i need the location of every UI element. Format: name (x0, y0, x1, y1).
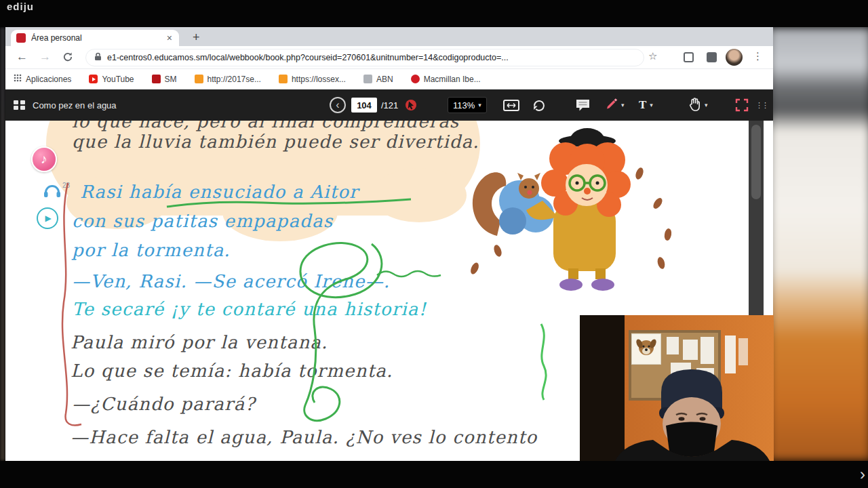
rotate-icon[interactable] (532, 89, 546, 121)
sm-icon (152, 75, 161, 83)
text-tool[interactable]: T ▾ (639, 89, 653, 121)
bookmark-macmillan[interactable]: Macmillan Ibe... (411, 75, 481, 84)
bookmark-apps[interactable]: Aplicaciones (14, 74, 71, 84)
apps-grid-icon (14, 74, 22, 84)
youtube-icon (89, 75, 98, 83)
book-title: Como pez en el agua (33, 89, 117, 121)
bookmark-youtube[interactable]: YouTube (89, 75, 134, 84)
music-button[interactable]: ♪ (31, 146, 57, 172)
letterbox-top: ediju (0, 0, 868, 27)
forward-icon[interactable]: → (39, 50, 51, 64)
webcam-video (580, 315, 774, 461)
chevron-down-icon: ▾ (705, 102, 708, 108)
bookmark-label: Aplicaciones (26, 75, 71, 84)
bookmark-label: SM (165, 75, 177, 84)
tab-favicon-icon (16, 33, 26, 43)
video-frame: ediju Área personal × + ← → e1-centr (0, 0, 868, 488)
person (580, 315, 774, 461)
story-line: lo que hace, pero al final comprenderás (72, 121, 459, 131)
page-total: /121 (381, 100, 398, 110)
bookmarks-bar: Aplicaciones YouTube SM http://2017se...… (5, 69, 773, 89)
tab-close-icon[interactable]: × (165, 33, 174, 43)
chevron-down-icon: ▾ (650, 102, 653, 108)
audio-track-button[interactable]: 28 (43, 183, 70, 201)
bookmark-lossex[interactable]: https://lossex... (279, 75, 346, 84)
address-bar[interactable]: e1-centros0.educamos.sm/local/webbook/bo… (85, 49, 644, 66)
macmillan-icon (411, 75, 420, 83)
hand-icon (689, 97, 701, 114)
next-arrow[interactable]: › (860, 462, 865, 487)
story-line: —¿Cuándo parará? (72, 394, 256, 414)
comments-icon[interactable] (575, 89, 591, 121)
lock-icon (94, 52, 102, 64)
hand-tool[interactable]: ▾ (689, 89, 708, 121)
browser-tab-strip: Área personal × + (5, 27, 773, 46)
blurred-edge-right (768, 27, 868, 461)
page-number-input[interactable] (351, 98, 377, 113)
drag-handle-icon[interactable]: ⋮⋮ (755, 89, 768, 121)
reload-icon[interactable] (62, 52, 73, 66)
story-line: Paula miró por la ventana. (71, 332, 328, 352)
story-line: que la lluvia también puede ser divertid… (72, 131, 479, 152)
page-icon (363, 75, 372, 83)
play-icon: ▶ (45, 214, 51, 223)
text-tool-label: T (639, 98, 646, 112)
thumbnails-grid-icon[interactable] (14, 89, 26, 121)
page-icon (195, 75, 203, 83)
story-line: —Ven, Rasi. —Se acercó Irene—. (72, 271, 390, 291)
scrollbar-thumb[interactable] (751, 125, 761, 199)
prev-page-button[interactable]: ‹ (330, 89, 346, 121)
webbook-toolbar: Como pez en el agua ‹ /121 113% ▾ (5, 89, 773, 121)
bookmark-label: Macmillan Ibe... (424, 75, 481, 84)
page-icon (279, 75, 288, 83)
tab-title: Área personal (31, 33, 165, 43)
page-number-field: /121 (351, 89, 398, 121)
bookmark-label: YouTube (102, 75, 134, 84)
blurred-edge-left (0, 27, 5, 461)
bookmark-label: ABN (376, 75, 393, 84)
story-line: Rasi había ensuciado a Aitor (80, 182, 359, 202)
marker-icon (605, 97, 618, 113)
presenter-cursor (404, 89, 418, 121)
profile-avatar[interactable] (726, 49, 743, 66)
story-line: por la tormenta. (72, 240, 231, 260)
fit-width-icon[interactable] (503, 89, 519, 121)
new-tab-button[interactable]: + (189, 29, 204, 45)
bookmark-abn[interactable]: ABN (363, 75, 393, 84)
zoom-control[interactable]: 113% ▾ (448, 89, 487, 121)
browser-toolbar: ← → e1-centros0.educamos.sm/local/webboo… (5, 46, 773, 69)
fullscreen-icon[interactable] (735, 89, 749, 121)
play-button[interactable]: ▶ (37, 207, 58, 229)
bookmark-label: https://lossex... (292, 75, 346, 84)
headphones-icon (43, 183, 61, 201)
chevron-down-icon: ▾ (478, 102, 481, 108)
extension-icon[interactable] (707, 52, 717, 62)
story-line: Lo que se temía: había tormenta. (71, 361, 393, 381)
letterbox-bottom (0, 461, 868, 488)
music-note-icon: ♪ (41, 152, 47, 167)
bookmark-2017se[interactable]: http://2017se... (195, 75, 261, 84)
bookmark-sm[interactable]: SM (152, 75, 177, 84)
browser-tab[interactable]: Área personal × (11, 30, 179, 46)
reading-list-icon[interactable] (684, 52, 694, 62)
bookmark-label: http://2017se... (208, 75, 261, 84)
green-squiggle-right (541, 324, 546, 400)
bookmark-star-icon[interactable]: ☆ (648, 50, 657, 62)
prev-icon: ‹ (336, 99, 339, 111)
zoom-level: 113% (453, 100, 475, 110)
marker-tool[interactable]: ▾ (605, 89, 625, 121)
story-line: Te secaré ¡y te contaré una historia! (72, 299, 427, 319)
url-text[interactable]: e1-centros0.educamos.sm/local/webbook/bo… (107, 53, 509, 62)
audio-track-number: 28 (62, 182, 70, 189)
chevron-down-icon: ▾ (621, 102, 625, 108)
platform-watermark: ediju (7, 1, 34, 12)
story-line: con sus patitas empapadas (72, 211, 333, 231)
back-icon[interactable]: ← (16, 50, 28, 64)
browser-menu-icon[interactable]: ⋮ (753, 50, 763, 62)
story-line: —Hace falta el agua, Paula. ¿No ves lo c… (71, 427, 537, 447)
